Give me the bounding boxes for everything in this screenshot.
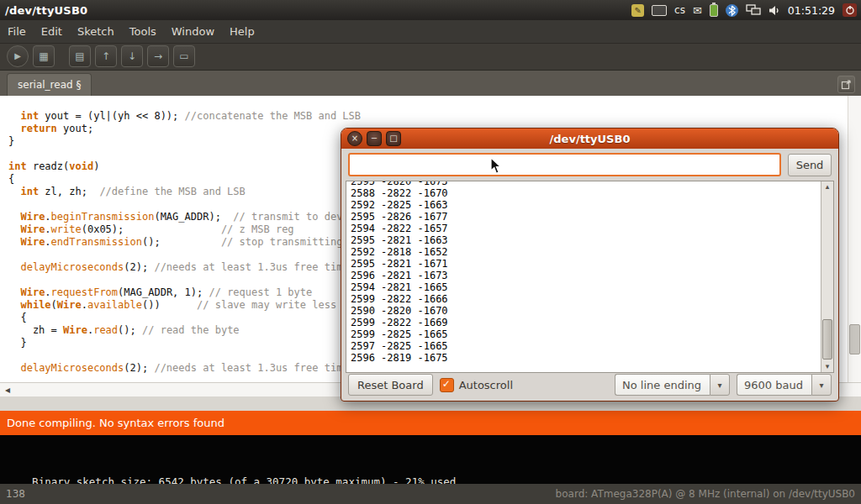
baud-rate-select[interactable]: 9600 baud xyxy=(737,374,832,396)
stop-button[interactable]: ▦ xyxy=(33,45,55,67)
serial-monitor-titlebar[interactable]: × − □ /dev/ttyUSB0 xyxy=(341,129,838,149)
menu-bar: FileEditSketchToolsWindowHelp xyxy=(0,20,861,44)
scrollbar-thumb[interactable] xyxy=(822,319,832,360)
menu-item-tools[interactable]: Tools xyxy=(122,20,164,43)
serial-output-line: 2594 -2821 -1665 xyxy=(351,281,818,293)
build-console: Binary sketch size: 6542 bytes (of a 307… xyxy=(0,435,861,484)
serial-monitor-button[interactable]: ▭ xyxy=(173,45,195,67)
serial-monitor-window: × − □ /dev/ttyUSB0 Send 2595 -2820 -1673… xyxy=(341,128,839,402)
scroll-up-icon[interactable]: ▴ xyxy=(821,181,833,192)
compile-status-bar: Done compiling. No syntax errors found xyxy=(0,411,861,435)
scrollbar-thumb[interactable] xyxy=(849,324,860,354)
chevron-down-icon[interactable] xyxy=(710,374,730,396)
autoscroll-option[interactable]: Autoscroll xyxy=(440,378,513,392)
tab-bar: serial_read § xyxy=(0,71,861,96)
serial-output: 2595 -2820 -16732588 -2822 -16702592 -28… xyxy=(351,181,818,364)
compile-status-text: Done compiling. No syntax errors found xyxy=(7,417,224,429)
mouse-cursor xyxy=(490,157,502,175)
serial-monitor-title: /dev/ttyUSB0 xyxy=(341,133,838,145)
serial-output-line: 2592 -2818 -1652 xyxy=(351,246,818,258)
bluetooth-icon[interactable] xyxy=(726,4,738,17)
notes-icon[interactable]: ✎ xyxy=(631,4,644,17)
volume-icon[interactable] xyxy=(769,5,780,16)
serial-output-line: 2595 -2821 -1663 xyxy=(351,234,818,246)
keyboard-layout-label[interactable]: cs xyxy=(674,4,685,16)
line-ending-value: No line ending xyxy=(615,374,710,396)
maximize-icon[interactable]: □ xyxy=(386,131,401,146)
tab-menu-button[interactable] xyxy=(837,76,855,93)
serial-monitor-controls: Reset Board Autoscroll No line ending 96… xyxy=(348,373,832,396)
open-button[interactable]: ↑ xyxy=(95,45,117,67)
minimize-icon[interactable]: − xyxy=(367,131,382,146)
serial-output-line: 2597 -2825 -1665 xyxy=(351,340,818,352)
window-controls: × − □ xyxy=(347,131,401,146)
close-icon[interactable]: × xyxy=(347,131,362,146)
session-menu-icon[interactable] xyxy=(843,3,857,17)
toolbar: ▶▦▤↑↓→▭ xyxy=(0,43,861,71)
serial-output-area[interactable]: 2595 -2820 -16732588 -2822 -16702592 -28… xyxy=(346,181,834,373)
board-info: board: ATmega328P(A) @ 8 MHz (internal) … xyxy=(556,488,855,500)
serial-scrollbar[interactable]: ▴ ▾ xyxy=(821,181,833,372)
menu-item-file[interactable]: File xyxy=(0,20,34,43)
editor-vertical-scrollbar[interactable] xyxy=(848,96,861,382)
cursor-line-number: 138 xyxy=(6,488,25,500)
window-title: /dev/ttyUSB0 xyxy=(5,4,87,17)
serial-input-row: Send xyxy=(348,153,832,176)
new-sketch-button[interactable]: ▤ xyxy=(69,45,91,67)
code-line: int yout = (yl|(yh << 8)); //concatenate… xyxy=(8,110,861,123)
status-footer: 138 board: ATmega328P(A) @ 8 MHz (intern… xyxy=(0,484,861,504)
baud-rate-value: 9600 baud xyxy=(737,374,811,396)
serial-output-line: 2588 -2822 -1670 xyxy=(351,187,818,199)
line-ending-select[interactable]: No line ending xyxy=(615,374,730,396)
serial-output-line: 2595 -2820 -1673 xyxy=(351,181,818,187)
desktop-panel: /dev/ttyUSB0 ✎ cs ✉ 01:51:29 xyxy=(0,0,861,20)
serial-output-line: 2599 -2822 -1669 xyxy=(351,317,818,328)
menu-item-help[interactable]: Help xyxy=(222,20,262,43)
verify-button[interactable]: ▶ xyxy=(7,45,29,67)
menu-item-window[interactable]: Window xyxy=(164,20,222,43)
scroll-down-icon[interactable]: ▾ xyxy=(821,361,833,372)
screen: /dev/ttyUSB0 ✎ cs ✉ 01:51:29 FileEditSke… xyxy=(0,0,861,504)
system-tray: ✎ cs ✉ 01:51:29 xyxy=(631,3,857,17)
tab-serial-read[interactable]: serial_read § xyxy=(7,73,92,96)
chevron-down-icon[interactable] xyxy=(811,374,832,396)
serial-output-line: 2595 -2821 -1671 xyxy=(351,258,818,270)
send-button[interactable]: Send xyxy=(788,154,832,176)
save-button[interactable]: ↓ xyxy=(121,45,143,67)
mail-icon[interactable]: ✉ xyxy=(693,5,702,16)
serial-output-line: 2592 -2825 -1663 xyxy=(351,199,818,211)
network-icon[interactable] xyxy=(746,4,761,16)
serial-output-line: 2596 -2821 -1673 xyxy=(351,270,818,281)
battery-icon[interactable] xyxy=(710,4,718,17)
tab-label: serial_read § xyxy=(18,79,81,91)
serial-output-line: 2590 -2820 -1670 xyxy=(351,305,818,317)
serial-output-line: 2599 -2822 -1666 xyxy=(351,293,818,305)
autoscroll-label: Autoscroll xyxy=(459,379,513,391)
upload-button[interactable]: → xyxy=(147,45,169,67)
serial-input[interactable] xyxy=(348,153,781,176)
serial-output-line: 2599 -2825 -1665 xyxy=(351,328,818,340)
serial-output-line: 2596 -2819 -1675 xyxy=(351,352,818,364)
serial-output-line: 2594 -2822 -1657 xyxy=(351,223,818,234)
clock[interactable]: 01:51:29 xyxy=(788,4,835,17)
reset-board-button[interactable]: Reset Board xyxy=(348,374,433,396)
autoscroll-checkbox[interactable] xyxy=(440,378,454,392)
serial-output-line: 2595 -2826 -1677 xyxy=(351,211,818,223)
keyboard-layout-icon[interactable] xyxy=(652,5,667,16)
menu-item-sketch[interactable]: Sketch xyxy=(70,20,122,43)
menu-item-edit[interactable]: Edit xyxy=(34,20,70,43)
